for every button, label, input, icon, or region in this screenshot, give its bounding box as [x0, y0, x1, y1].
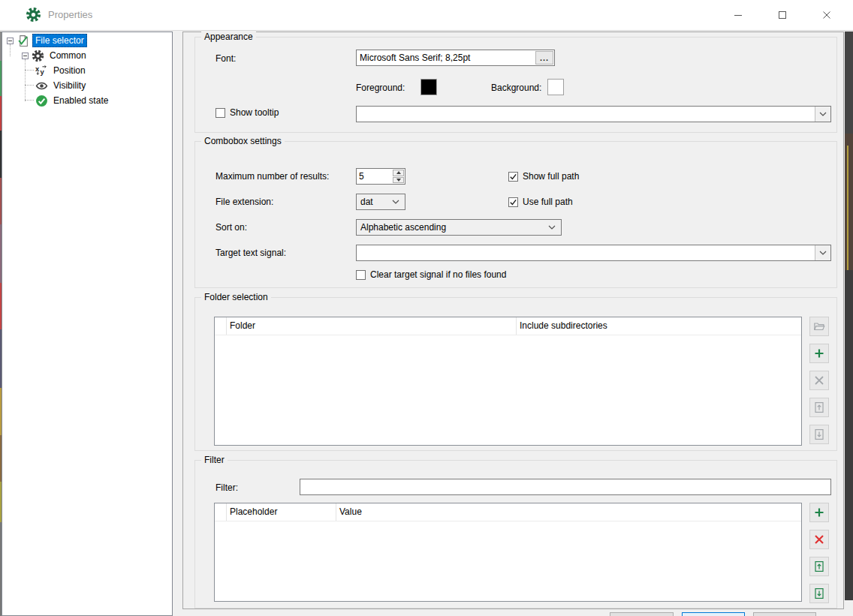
- max-results-label: Maximum number of results:: [216, 171, 329, 182]
- group-title: Combobox settings: [201, 136, 285, 146]
- placeholder-add-button[interactable]: [809, 503, 829, 522]
- folder-icon: [813, 320, 825, 332]
- group-title: Appearance: [201, 32, 256, 42]
- tree-item-position[interactable]: xy Position: [35, 64, 88, 77]
- max-results-input[interactable]: [357, 169, 392, 184]
- collapse-icon[interactable]: [7, 38, 14, 44]
- check-circle-icon: [35, 95, 48, 107]
- maximize-button[interactable]: [765, 0, 800, 30]
- folder-list-header: Folder Include subdirectories: [215, 317, 801, 335]
- dropdown-value: dat: [360, 197, 373, 207]
- font-label: Font:: [216, 53, 236, 64]
- up-arrow-icon: [396, 171, 401, 174]
- sort-on-label: Sort on:: [216, 222, 247, 233]
- background-app-sliver-right: [845, 32, 853, 600]
- font-browse-button[interactable]: ...: [535, 51, 553, 65]
- header-cell-placeholder[interactable]: Placeholder: [227, 503, 336, 521]
- group-title: Folder selection: [201, 292, 271, 302]
- target-text-signal-label: Target text signal:: [216, 248, 286, 258]
- combobox-settings-group: Combobox settings Maximum number of resu…: [194, 141, 837, 288]
- property-tree: File selector Common xy Position Visibil…: [2, 32, 173, 616]
- chevron-down-icon: [392, 200, 399, 204]
- spinner-buttons: [392, 169, 405, 184]
- dropdown-button[interactable]: [815, 245, 830, 260]
- placeholder-move-up-button[interactable]: [809, 557, 829, 576]
- dropdown-button[interactable]: [815, 107, 830, 122]
- dropdown-value: Alphabetic ascending: [360, 222, 446, 233]
- folder-add-button[interactable]: [809, 344, 829, 363]
- window-title: Properties: [48, 9, 92, 20]
- checkbox-box: [356, 270, 366, 280]
- checkbox-label: Show full path: [523, 171, 579, 182]
- folder-browse-button[interactable]: [809, 317, 829, 336]
- tree-item-label[interactable]: File selector: [32, 34, 87, 47]
- target-text-signal-input[interactable]: [357, 245, 815, 260]
- tooltip-input[interactable]: [357, 107, 815, 122]
- svg-text:y: y: [41, 68, 45, 76]
- x-icon: [813, 533, 825, 545]
- show-full-path-checkbox[interactable]: Show full path: [508, 170, 579, 182]
- folder-list[interactable]: Folder Include subdirectories: [214, 317, 802, 446]
- header-cell-value[interactable]: Value: [336, 503, 801, 521]
- placeholder-remove-button[interactable]: [809, 530, 829, 549]
- tree-item-label[interactable]: Enabled state: [51, 95, 110, 107]
- target-text-signal-combobox[interactable]: [356, 245, 831, 261]
- filter-label: Filter:: [216, 482, 238, 493]
- properties-content-panel: Appearance Font: ... Foreground: Backgro…: [182, 32, 844, 609]
- background-highlight-line: [847, 146, 848, 271]
- header-cell-blank: [215, 317, 227, 335]
- show-tooltip-checkbox[interactable]: Show tooltip: [216, 107, 279, 119]
- font-field[interactable]: ...: [356, 50, 555, 66]
- dialog-button-middle-focused[interactable]: [682, 612, 745, 616]
- group-title: Filter: [201, 455, 228, 465]
- clear-target-signal-checkbox[interactable]: Clear target signal if no files found: [356, 269, 506, 281]
- title-bar[interactable]: Properties: [0, 0, 853, 31]
- placeholder-move-down-button[interactable]: [809, 584, 829, 603]
- tree-item-file-selector[interactable]: File selector: [7, 34, 87, 47]
- sort-on-dropdown[interactable]: Alphabetic ascending: [356, 219, 562, 236]
- foreground-color-swatch[interactable]: [420, 79, 437, 95]
- dialog-button-left[interactable]: [610, 612, 674, 616]
- file-extension-label: File extension:: [216, 197, 273, 207]
- tree-connector: [25, 85, 34, 86]
- filter-input[interactable]: [300, 479, 830, 494]
- spin-up-button[interactable]: [393, 170, 404, 176]
- close-button[interactable]: [809, 0, 844, 30]
- x-icon: [813, 374, 825, 386]
- collapse-icon[interactable]: [22, 53, 29, 59]
- font-input[interactable]: [357, 50, 535, 65]
- tree-connector: [25, 70, 34, 71]
- down-arrow-icon: [396, 179, 401, 182]
- filter-field[interactable]: [300, 479, 831, 495]
- foreground-label: Foreground:: [356, 83, 405, 93]
- background-color-swatch[interactable]: [547, 79, 564, 95]
- dialog-button-right[interactable]: [753, 612, 816, 616]
- checkbox-box: [508, 172, 518, 182]
- file-extension-dropdown[interactable]: dat: [356, 194, 405, 210]
- use-full-path-checkbox[interactable]: Use full path: [508, 196, 573, 208]
- tree-item-label[interactable]: Common: [47, 50, 89, 62]
- tree-item-visibility[interactable]: Visibility: [35, 79, 88, 92]
- folder-remove-button[interactable]: [809, 371, 829, 390]
- minimize-button[interactable]: [721, 0, 755, 30]
- plus-icon: [813, 506, 825, 518]
- folder-move-down-button[interactable]: [809, 425, 829, 444]
- tree-item-common[interactable]: Common: [22, 49, 89, 62]
- tree-item-label[interactable]: Position: [51, 65, 88, 77]
- checkbox-box: [508, 197, 518, 207]
- boxed-up-arrow-icon: [813, 560, 825, 572]
- file-selector-icon: [17, 35, 29, 47]
- max-results-spinner[interactable]: [356, 168, 405, 185]
- checkbox-box: [216, 108, 225, 118]
- tooltip-combobox[interactable]: [356, 106, 831, 122]
- appearance-group: Appearance Font: ... Foreground: Backgro…: [194, 37, 837, 133]
- background-label: Background:: [491, 83, 541, 93]
- header-cell-include-subdirectories[interactable]: Include subdirectories: [517, 317, 801, 335]
- chevron-down-icon: [548, 225, 556, 230]
- folder-move-up-button[interactable]: [809, 398, 829, 417]
- spin-down-button[interactable]: [393, 177, 404, 184]
- tree-item-label[interactable]: Visibility: [51, 80, 88, 92]
- tree-item-enabled-state[interactable]: Enabled state: [35, 94, 110, 107]
- placeholder-list[interactable]: Placeholder Value: [214, 503, 802, 602]
- header-cell-folder[interactable]: Folder: [227, 317, 517, 335]
